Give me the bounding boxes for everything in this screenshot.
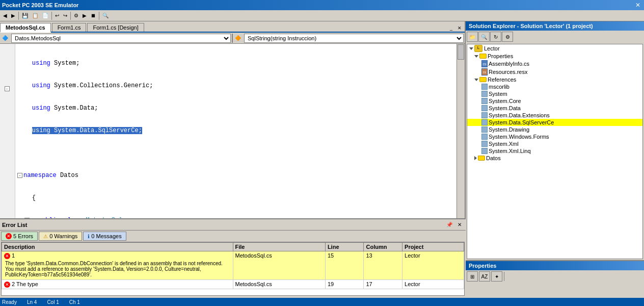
tree-item-system-data-ext[interactable]: System.Data.Extensions [467, 112, 642, 119]
toolbar-stop[interactable]: ⏹ [89, 12, 98, 19]
method-combo[interactable]: SqlString(string Instruccion) [244, 34, 464, 43]
error-tab-warnings-label: 0 Warnings [49, 233, 77, 239]
scrollbar-thumb[interactable] [458, 44, 464, 60]
project-icon: L [474, 45, 482, 52]
toolbar-build[interactable]: ⚙ [72, 12, 81, 19]
error-icon-1: ✕ [4, 253, 10, 259]
combo-right-icon: 🔶 [233, 35, 243, 41]
error-num-1: 1 [12, 252, 15, 259]
tab-form1[interactable]: Form1.cs [52, 23, 87, 32]
toolbar-undo[interactable]: ↩ [53, 12, 61, 19]
tab-form1-design[interactable]: Form1.cs [Design] [87, 23, 144, 32]
col-description: Description [2, 243, 233, 251]
gutter-line [0, 52, 15, 60]
toolbar-search[interactable]: 🔍 [100, 12, 111, 19]
tree-item-properties[interactable]: Properties [467, 53, 642, 60]
tree-item-references[interactable]: References [467, 76, 642, 83]
ref-icon-system-data [481, 105, 488, 111]
code-line-5 [16, 149, 455, 157]
code-line-3: using System.Data; [16, 104, 455, 112]
main-toolbar: ◀ ▶ 💾 📋 📄 ↩ ↪ ⚙ ▶ ⏹ 🔍 [0, 10, 644, 21]
tree-label-system-core: System.Core [489, 98, 521, 104]
tree-item-system-data[interactable]: System.Data [467, 105, 642, 112]
title-bar-close[interactable]: ✕ [634, 1, 642, 9]
tree-label-properties: Properties [488, 53, 513, 59]
tree-label-references: References [488, 76, 516, 83]
error-file-2: MetodosSql.cs [233, 280, 325, 289]
toolbar-back[interactable]: ◀ [1, 12, 9, 19]
tree-expand-properties [474, 55, 478, 58]
tree-item-system-xml[interactable]: System.Xml [467, 140, 642, 147]
prop-btn-props[interactable]: ✦ [491, 271, 502, 282]
ref-icon-mscorlib [481, 84, 488, 90]
gutter-line [0, 68, 15, 76]
toolbar-save[interactable]: 💾 [20, 12, 30, 19]
toolbar-run[interactable]: ▶ [81, 12, 89, 19]
status-ln: Ln 4 [27, 299, 37, 305]
collapse-ns[interactable]: - [17, 173, 22, 178]
gutter-collapse-namespace[interactable]: - [0, 85, 15, 93]
tree-item-datos[interactable]: Datos [467, 155, 642, 162]
col-line: Line [325, 243, 364, 251]
toolbar-copy[interactable]: 📋 [30, 12, 40, 19]
error-table-container[interactable]: Description File Line Column Project ✕ 1 [1, 242, 465, 296]
prop-btn-alphabetical[interactable]: AZ [479, 271, 490, 282]
toolbar-sep2 [51, 12, 52, 20]
toolbar-redo[interactable]: ↪ [61, 12, 69, 19]
tree-item-system-data-sqlserverce[interactable]: System.Data.SqlServerCe [467, 119, 642, 126]
folder-icon-datos [478, 156, 485, 161]
tree-label-system-xml-linq: System.Xml.Linq [489, 148, 531, 154]
tree-item-assemblyinfo[interactable]: cs AssemblyInfo.cs [467, 60, 642, 68]
status-ch: Ch 1 [69, 299, 80, 305]
tree-expand-lector [469, 47, 473, 50]
se-btn-1[interactable]: 📁 [467, 32, 478, 42]
table-row[interactable]: ✕ 1 The type 'System.Data.Common.DbConne… [2, 251, 464, 280]
solution-explorer-title: Solution Explorer - Solution 'Lector' (1… [466, 21, 644, 31]
collapse-namespace-icon[interactable]: - [5, 86, 10, 91]
error-file-1: MetodosSql.cs [233, 251, 325, 280]
gutter-line [0, 76, 15, 85]
error-tab-warnings[interactable]: ⚠ 0 Warnings [39, 232, 82, 241]
combo-left-icon: 🔷 [0, 35, 10, 41]
tree-item-mscorlib[interactable]: mscorlib [467, 83, 642, 90]
error-row-desc-2: ✕ 2 The type [2, 280, 233, 289]
tree-item-system-winforms[interactable]: System.Windows.Forms [467, 133, 642, 140]
error-tab-messages-label: 0 Messages [91, 233, 121, 239]
error-tab-errors[interactable]: ✕ 5 Errors [1, 232, 38, 241]
tree-label-system-winforms: System.Windows.Forms [489, 134, 549, 140]
se-btn-4[interactable]: ⚙ [502, 32, 513, 42]
properties-title-text: Properties [469, 263, 496, 269]
ref-icon-system-xml [481, 141, 488, 147]
namespace-combo[interactable]: Datos.MetodosSql [11, 34, 231, 43]
tree-item-system-drawing[interactable]: System.Drawing [467, 126, 642, 133]
error-table: Description File Line Column Project ✕ 1 [2, 242, 464, 289]
code-line-2: using System.Collections.Generic; [16, 82, 455, 90]
se-btn-2[interactable]: 🔍 [478, 32, 490, 42]
toolbar-fwd[interactable]: ▶ [9, 12, 17, 19]
tree-label-system-xml: System.Xml [489, 141, 519, 147]
solution-tree[interactable]: L Lector Properties cs AssemblyInfo.cs r… [467, 44, 643, 259]
prop-btn-categorize[interactable]: ⊞ [467, 271, 478, 282]
editor-minimize[interactable]: _ [448, 24, 454, 32]
error-proj-2: Lector [403, 280, 464, 289]
table-row[interactable]: ✕ 2 The type MetodosSql.cs 19 17 Lector [2, 280, 464, 289]
toolbar-paste[interactable]: 📄 [40, 12, 50, 19]
tree-item-system-xml-linq[interactable]: System.Xml.Linq [467, 147, 642, 155]
tab-metodossql[interactable]: MetodosSql.cs [0, 23, 51, 33]
error-col-2: 17 [364, 280, 403, 289]
properties-title: Properties [466, 261, 644, 270]
tree-item-resources[interactable]: rx Resources.resx [467, 68, 642, 76]
error-panel-close[interactable]: ✕ [455, 221, 464, 228]
tree-label-system: System [489, 91, 507, 97]
error-panel-pin[interactable]: 📌 [444, 221, 454, 228]
error-panel-titlebar: Error List 📌 ✕ [0, 219, 466, 231]
toolbar-sep1 [18, 12, 19, 20]
se-btn-3[interactable]: ↻ [490, 32, 501, 42]
code-line-7: { [16, 194, 455, 202]
status-col: Col 1 [47, 299, 59, 305]
tree-item-system[interactable]: System [467, 90, 642, 97]
error-tab-messages[interactable]: ℹ 0 Messages [83, 232, 126, 241]
tree-item-lector[interactable]: L Lector [467, 44, 642, 53]
editor-close[interactable]: ✕ [455, 24, 464, 32]
tree-item-system-core[interactable]: System.Core [467, 97, 642, 105]
